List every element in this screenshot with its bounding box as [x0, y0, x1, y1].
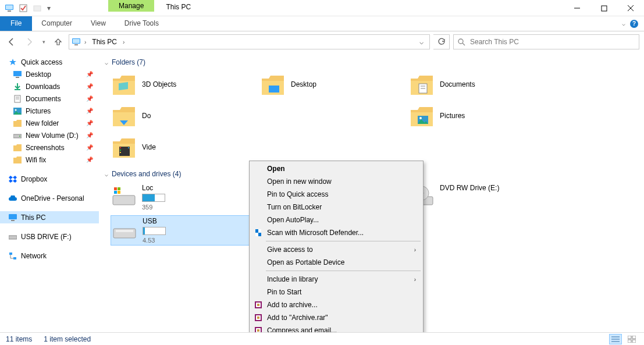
drive-item-local-c[interactable]: Loc 359 — [111, 183, 256, 212]
ctx-add-archive[interactable]: Add to archive... — [251, 298, 422, 311]
svg-rect-25 — [11, 220, 15, 221]
ctx-give-access[interactable]: Give access to› — [251, 243, 422, 256]
breadcrumb-segment[interactable]: This PC — [90, 37, 119, 47]
network-icon — [8, 251, 17, 261]
sidebar-item-label: Screenshots — [26, 144, 65, 152]
ctx-defender[interactable]: Scan with Microsoft Defender... — [251, 226, 422, 239]
search-box[interactable] — [453, 34, 639, 49]
sidebar-item-downloads[interactable]: Downloads 📌 — [0, 80, 99, 93]
sidebar-item-wifi-fix[interactable]: Wifi fix 📌 — [0, 154, 99, 166]
monitor-icon[interactable] — [3, 2, 15, 14]
svg-rect-76 — [632, 340, 636, 343]
view-tab[interactable]: View — [81, 16, 115, 31]
ctx-compress-email[interactable]: Compress and email... — [251, 324, 422, 332]
dropbox-icon — [8, 175, 17, 184]
folder-item-documents[interactable]: Documents — [408, 71, 554, 99]
drive-name: USB — [143, 217, 254, 225]
address-bar[interactable]: › This PC › ⌵ — [69, 34, 430, 49]
chevron-right-icon[interactable]: › — [83, 39, 87, 45]
sidebar-item-dropbox[interactable]: Dropbox — [0, 173, 99, 185]
drive-tools-tab[interactable]: Drive Tools — [115, 16, 168, 31]
details-view-button[interactable] — [609, 334, 622, 344]
ctx-portable-device[interactable]: Open as Portable Device — [251, 256, 422, 269]
folder-icon — [13, 143, 22, 152]
svg-rect-75 — [628, 340, 631, 343]
maximize-button[interactable] — [590, 0, 617, 16]
search-icon — [457, 38, 465, 46]
new-item-icon[interactable] — [31, 2, 43, 14]
sidebar-item-new-volume-d[interactable]: New Volume (D:) 📌 — [0, 129, 99, 141]
sidebar-item-pictures[interactable]: Pictures 📌 — [0, 105, 99, 117]
folder-item-3d-objects[interactable]: 3D Objects — [111, 71, 256, 99]
ctx-bitlocker[interactable]: Turn on BitLocker — [251, 201, 422, 214]
ctx-include-library[interactable]: Include in library› — [251, 273, 422, 286]
back-button[interactable] — [5, 35, 19, 49]
minimize-button[interactable] — [564, 0, 590, 16]
folder-item-downloads[interactable]: Do — [111, 102, 256, 130]
sidebar-item-onedrive[interactable]: OneDrive - Personal — [0, 192, 99, 204]
sidebar-item-desktop[interactable]: Desktop 📌 — [0, 68, 99, 80]
titlebar: ▾ Manage This PC — [0, 0, 644, 16]
sidebar-item-label: Dropbox — [21, 175, 47, 183]
help-icon[interactable]: ? — [630, 20, 638, 28]
folder-label: 3D Objects — [142, 80, 176, 90]
ctx-add-rar[interactable]: Add to "Archive.rar" — [251, 311, 422, 324]
folder-item-desktop[interactable]: Desktop — [259, 71, 405, 99]
qat-dropdown-icon[interactable]: ▾ — [45, 2, 52, 14]
sidebar-item-quick-access[interactable]: Quick access — [0, 56, 99, 68]
svg-point-21 — [15, 109, 17, 111]
svg-point-35 — [419, 117, 422, 119]
window-controls — [564, 0, 644, 16]
tiles-view-button[interactable] — [625, 334, 638, 344]
chevron-down-icon[interactable]: ⌵ — [622, 20, 625, 27]
sidebar-item-label: OneDrive - Personal — [21, 194, 84, 202]
forward-button[interactable] — [22, 35, 36, 49]
svg-rect-63 — [257, 316, 259, 319]
monitor-icon — [8, 213, 17, 222]
svg-rect-15 — [16, 77, 19, 78]
search-input[interactable] — [469, 37, 635, 47]
sidebar-item-screenshots[interactable]: Screenshots 📌 — [0, 141, 99, 154]
recent-dropdown[interactable]: ▾ — [40, 35, 48, 49]
refresh-button[interactable] — [433, 34, 450, 49]
ctx-autoplay[interactable]: Open AutoPlay... — [251, 214, 422, 226]
folder-label: Documents — [440, 80, 475, 90]
svg-rect-56 — [258, 229, 261, 233]
svg-rect-27 — [9, 252, 12, 255]
computer-tab[interactable]: Computer — [32, 16, 81, 31]
ctx-pin-quick-access[interactable]: Pin to Quick access — [251, 188, 422, 201]
pin-icon: 📌 — [86, 157, 93, 163]
sidebar-item-label: This PC — [21, 214, 46, 222]
chevron-right-icon[interactable]: › — [122, 39, 126, 45]
file-tab[interactable]: File — [0, 16, 32, 31]
sidebar-item-this-pc[interactable]: This PC — [0, 211, 99, 223]
group-title: Folders (7) — [112, 58, 145, 66]
folder-item-videos[interactable]: Vide — [111, 134, 256, 162]
chevron-down-icon[interactable]: ⌵ — [416, 38, 427, 46]
sidebar-item-new-folder[interactable]: New folder 📌 — [0, 117, 99, 129]
svg-rect-54 — [255, 229, 258, 233]
close-button[interactable] — [617, 0, 644, 16]
document-icon — [13, 94, 22, 104]
folder-item-pictures[interactable]: Pictures — [408, 102, 554, 130]
ctx-open[interactable]: Open — [251, 162, 422, 175]
properties-icon[interactable] — [17, 2, 29, 14]
drive-item-dvd-e[interactable]: DVD DVD RW Drive (E:) — [408, 183, 554, 212]
sidebar-item-documents[interactable]: Documents 📌 — [0, 93, 99, 105]
up-button[interactable] — [51, 35, 65, 49]
manage-context-tab[interactable]: Manage — [108, 0, 154, 12]
ctx-open-new-window[interactable]: Open in new window — [251, 175, 422, 188]
sidebar-item-usb-drive[interactable]: USB DRIVE (F:) — [0, 230, 99, 243]
quick-access-toolbar: ▾ — [0, 0, 56, 16]
sidebar-item-label: New Volume (D:) — [26, 131, 79, 140]
group-header-folders[interactable]: ⌵ Folders (7) — [105, 56, 638, 69]
sidebar-item-network[interactable]: Network — [0, 250, 99, 262]
svg-rect-46 — [118, 191, 120, 194]
ctx-pin-start[interactable]: Pin to Start — [251, 286, 422, 298]
navigation-bar: ▾ › This PC › ⌵ — [0, 31, 644, 52]
svg-line-13 — [462, 43, 465, 45]
drive-item-usb-f[interactable]: USB 4.53 — [111, 215, 256, 246]
capacity-bar — [142, 194, 165, 202]
chevron-down-icon: ⌵ — [105, 171, 108, 177]
navigation-pane: Quick access Desktop 📌 Downloads 📌 Docum… — [0, 52, 99, 332]
